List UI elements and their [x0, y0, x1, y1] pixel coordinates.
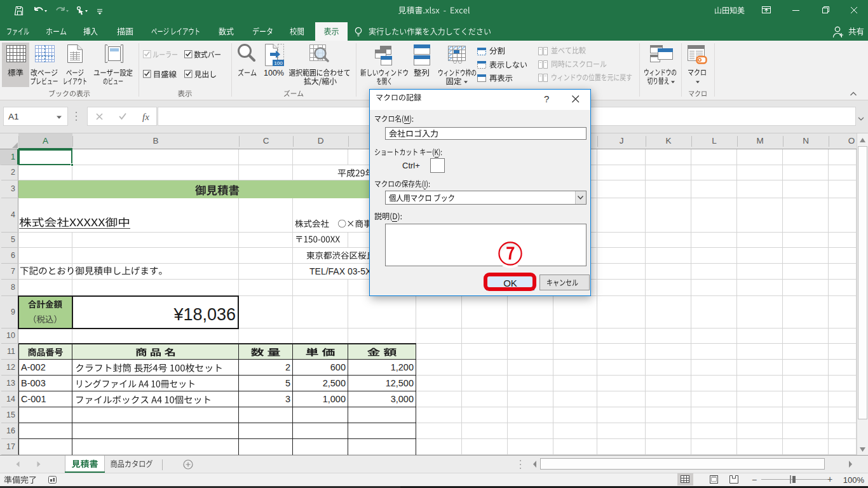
- svg-text:fx: fx: [142, 112, 149, 122]
- svg-text:100: 100: [274, 60, 283, 66]
